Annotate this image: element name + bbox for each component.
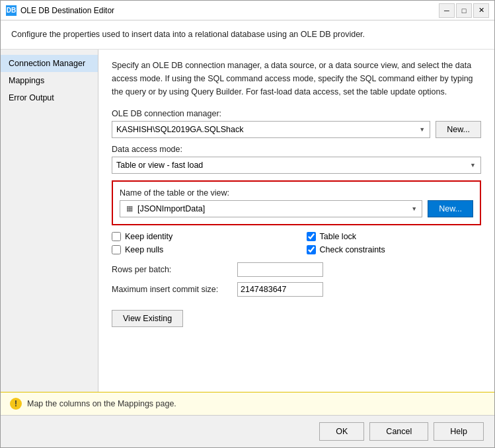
description-area: Configure the properties used to insert … bbox=[1, 20, 494, 50]
table-select-row: [JSONImportData] ▦ New... bbox=[120, 200, 473, 217]
keep-identity-label: Keep identity bbox=[125, 232, 172, 241]
check-constraints-checkbox[interactable] bbox=[307, 245, 316, 254]
warning-icon: ! bbox=[10, 398, 22, 410]
window-title: OLE DB Destination Editor bbox=[20, 6, 114, 15]
new-connection-button[interactable]: New... bbox=[436, 121, 481, 138]
sidebar-item-error-output[interactable]: Error Output bbox=[1, 89, 98, 106]
connection-manager-label: OLE DB connection manager: bbox=[112, 109, 481, 118]
connection-manager-select-wrapper: KASHISH\SQL2019GA.SQLShack bbox=[112, 121, 430, 138]
max-insert-row: Maximum insert commit size: bbox=[112, 282, 481, 297]
close-button[interactable]: ✕ bbox=[473, 3, 489, 18]
rows-per-batch-row: Rows per batch: bbox=[112, 262, 481, 277]
data-access-label: Data access mode: bbox=[112, 145, 481, 154]
keep-nulls-item: Keep nulls bbox=[112, 245, 287, 254]
sidebar: Connection Manager Mappings Error Output bbox=[1, 50, 98, 392]
bottom-message: Map the columns on the Mappings page. bbox=[27, 399, 176, 408]
table-lock-label: Table lock bbox=[320, 232, 357, 241]
connection-manager-row: KASHISH\SQL2019GA.SQLShack New... bbox=[112, 121, 481, 138]
minimize-button[interactable]: ─ bbox=[439, 3, 455, 18]
keep-nulls-label: Keep nulls bbox=[125, 245, 163, 254]
table-label: Name of the table or the view: bbox=[120, 188, 473, 198]
main-window: DB OLE DB Destination Editor ─ □ ✕ Confi… bbox=[0, 0, 495, 448]
rows-per-batch-input[interactable] bbox=[237, 262, 323, 277]
help-button[interactable]: Help bbox=[434, 422, 484, 441]
connection-manager-select[interactable]: KASHISH\SQL2019GA.SQLShack bbox=[112, 121, 430, 138]
view-existing-button[interactable]: View Existing bbox=[112, 310, 183, 327]
ok-button[interactable]: OK bbox=[319, 422, 364, 441]
table-select[interactable]: [JSONImportData] bbox=[120, 200, 422, 217]
max-insert-input[interactable] bbox=[237, 282, 323, 297]
keep-identity-checkbox[interactable] bbox=[112, 232, 121, 241]
main-content: Connection Manager Mappings Error Output… bbox=[1, 50, 494, 392]
sidebar-item-mappings[interactable]: Mappings bbox=[1, 72, 98, 89]
checkbox-grid: Keep identity Table lock Keep nulls Chec… bbox=[112, 232, 481, 254]
keep-identity-item: Keep identity bbox=[112, 232, 287, 241]
max-insert-label: Maximum insert commit size: bbox=[112, 285, 231, 294]
data-access-select-wrapper: Table or view - fast load bbox=[112, 157, 481, 174]
view-existing-row: View Existing bbox=[112, 310, 481, 327]
data-access-select[interactable]: Table or view - fast load bbox=[112, 157, 481, 174]
data-access-group: Data access mode: Table or view - fast l… bbox=[112, 145, 481, 174]
check-constraints-label: Check constraints bbox=[320, 245, 385, 254]
description-text: Configure the properties used to insert … bbox=[11, 30, 365, 39]
form-area: Specify an OLE DB connection manager, a … bbox=[98, 50, 494, 392]
cancel-button[interactable]: Cancel bbox=[369, 422, 428, 441]
table-lock-checkbox[interactable] bbox=[307, 232, 316, 241]
maximize-button[interactable]: □ bbox=[456, 3, 472, 18]
new-table-button[interactable]: New... bbox=[428, 200, 473, 217]
check-constraints-item: Check constraints bbox=[307, 245, 482, 254]
bottom-warning-bar: ! Map the columns on the Mappings page. bbox=[1, 392, 494, 415]
title-bar-left: DB OLE DB Destination Editor bbox=[6, 5, 114, 16]
sidebar-item-connection-manager[interactable]: Connection Manager bbox=[1, 55, 98, 72]
table-selection-box: Name of the table or the view: [JSONImpo… bbox=[112, 180, 481, 225]
window-icon: DB bbox=[6, 5, 17, 16]
rows-per-batch-label: Rows per batch: bbox=[112, 265, 231, 274]
table-select-wrapper: [JSONImportData] ▦ bbox=[120, 200, 422, 217]
table-lock-item: Table lock bbox=[307, 232, 482, 241]
connection-manager-group: OLE DB connection manager: KASHISH\SQL20… bbox=[112, 109, 481, 138]
title-bar: DB OLE DB Destination Editor ─ □ ✕ bbox=[1, 1, 494, 20]
form-intro-text: Specify an OLE DB connection manager, a … bbox=[112, 59, 481, 98]
keep-nulls-checkbox[interactable] bbox=[112, 245, 121, 254]
title-bar-controls: ─ □ ✕ bbox=[439, 3, 489, 18]
footer-buttons: OK Cancel Help bbox=[1, 415, 494, 447]
